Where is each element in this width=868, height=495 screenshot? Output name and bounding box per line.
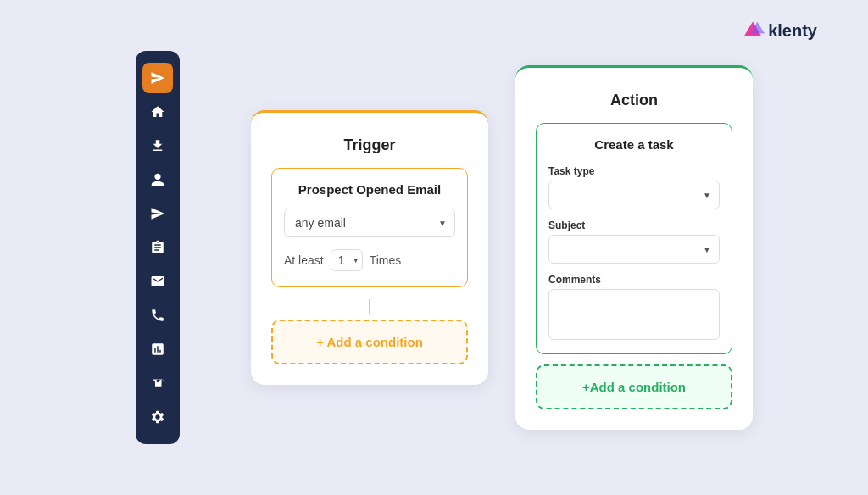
sidebar (136, 51, 180, 444)
chart-icon (150, 342, 165, 357)
subject-group: Subject ▼ (548, 220, 720, 264)
at-least-label: At least (284, 253, 324, 267)
logo: klenty (741, 19, 817, 42)
task-type-dropdown[interactable] (548, 181, 720, 209)
sidebar-item-paperplane[interactable] (142, 198, 173, 229)
user-icon (150, 172, 165, 187)
paper-plane-icon (150, 206, 165, 221)
task-type-label: Task type (548, 165, 720, 177)
logo-icon (741, 19, 765, 42)
task-type-group: Task type ▼ (548, 165, 720, 209)
comments-group: Comments (548, 274, 720, 340)
subject-dropdown[interactable] (548, 235, 720, 264)
sidebar-item-home[interactable] (142, 97, 173, 127)
trigger-name: Prospect Opened Email (284, 182, 455, 197)
times-label: Times (370, 253, 402, 267)
action-inner-box: Create a task Task type ▼ Subject ▼ (536, 123, 732, 354)
email-icon (150, 274, 165, 289)
trigger-add-condition-button[interactable]: + Add a condition (271, 320, 468, 364)
sidebar-item-envelope[interactable] (142, 368, 173, 398)
times-select-wrap: 1 2 3 ▼ (331, 249, 363, 271)
at-least-row: At least 1 2 3 ▼ Times (284, 249, 455, 271)
action-add-condition-button[interactable]: +Add a condition (536, 364, 732, 409)
sidebar-item-download[interactable] (142, 131, 173, 161)
comments-label: Comments (548, 274, 720, 286)
email-dropdown[interactable]: any email specific email (284, 209, 455, 237)
times-select[interactable]: 1 2 3 (331, 249, 363, 271)
comments-textarea[interactable] (548, 289, 720, 340)
send-icon (150, 70, 165, 86)
envelope-icon (150, 375, 165, 391)
subject-dropdown-row: ▼ (548, 235, 720, 264)
sidebar-item-email[interactable] (142, 266, 173, 297)
action-name: Create a task (548, 137, 720, 152)
subject-label: Subject (548, 220, 720, 231)
sidebar-item-send[interactable] (142, 63, 173, 93)
sidebar-item-chart[interactable] (142, 334, 173, 364)
task-type-dropdown-row: ▼ (548, 181, 720, 209)
connector-line (369, 299, 370, 314)
action-card-title: Action (536, 92, 732, 109)
logo-text: klenty (768, 21, 817, 41)
settings-icon (150, 409, 165, 425)
trigger-card: Trigger Prospect Opened Email any email … (251, 110, 488, 385)
trigger-card-title: Trigger (271, 136, 468, 154)
email-dropdown-row: any email specific email ▼ (284, 209, 455, 237)
sidebar-item-user[interactable] (142, 164, 173, 195)
download-icon (150, 138, 165, 153)
sidebar-item-clipboard[interactable] (142, 232, 173, 263)
sidebar-item-settings[interactable] (142, 402, 173, 432)
sidebar-item-phone[interactable] (142, 300, 173, 331)
trigger-inner-box: Prospect Opened Email any email specific… (271, 168, 468, 287)
main-content: Trigger Prospect Opened Email any email … (186, 51, 817, 444)
home-icon (150, 104, 165, 120)
action-card: Action Create a task Task type ▼ Subject (515, 65, 753, 430)
clipboard-icon (150, 240, 165, 255)
phone-icon (150, 308, 165, 323)
trigger-connector (271, 299, 468, 314)
